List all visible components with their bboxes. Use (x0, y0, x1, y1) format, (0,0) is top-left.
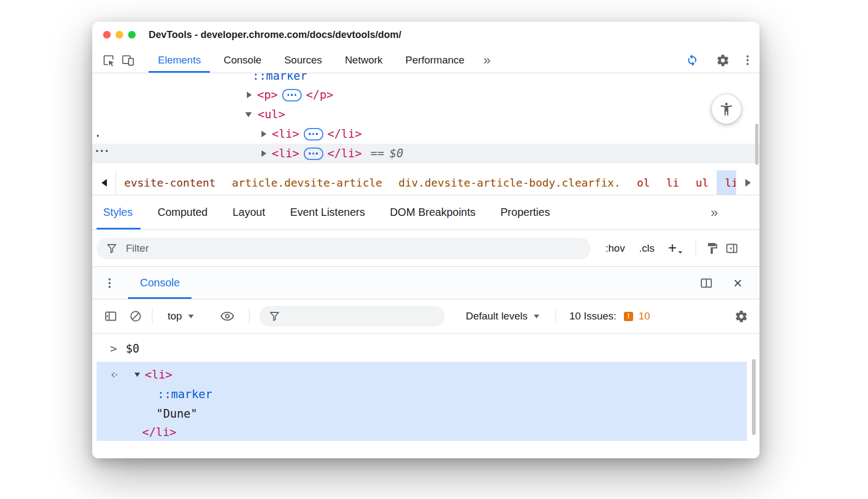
inline-ellipsis-button[interactable] (304, 148, 323, 160)
minimize-window-button[interactable] (116, 31, 123, 39)
breadcrumb-item[interactable]: li (658, 170, 687, 195)
styles-toolbar-controls: :hov .cls + (598, 239, 742, 258)
tree-row-li-selected[interactable]: <li> </li> ==$0 (92, 144, 760, 163)
scroll-left-icon (101, 179, 107, 187)
tab-styles[interactable]: Styles (92, 195, 145, 229)
console-result-block[interactable]: <li> ::marker "Dune" </li> (97, 362, 747, 441)
breadcrumb-list: evsite-content article.devsite-article d… (116, 170, 736, 195)
device-toolbar-button[interactable] (118, 51, 138, 69)
evaluated-expression: $0 (126, 342, 139, 355)
result-row-li-open[interactable]: <li> (97, 365, 747, 385)
return-value-icon (108, 369, 120, 381)
window-title: DevTools - developer.chrome.com/docs/dev… (149, 29, 401, 41)
styles-filter-field[interactable] (97, 238, 591, 259)
breadcrumb-item[interactable]: ol (629, 170, 658, 195)
create-live-expression-button[interactable] (218, 306, 237, 326)
more-panels-button[interactable]: » (476, 53, 498, 68)
show-console-sidebar-button[interactable] (101, 306, 120, 326)
close-drawer-button[interactable] (728, 273, 748, 293)
title-bar: DevTools - developer.chrome.com/docs/dev… (92, 22, 760, 48)
console-history-entry[interactable]: > $0 (110, 339, 139, 359)
p-open-tag: <p> (257, 88, 278, 101)
tab-layout[interactable]: Layout (220, 195, 278, 229)
new-style-rule-button[interactable]: + (661, 240, 689, 257)
tab-network[interactable]: Network (334, 48, 394, 73)
elements-scrollbar[interactable] (755, 124, 758, 165)
screencast-sync-icon (685, 53, 699, 67)
toolbar-right-controls (682, 51, 752, 69)
marker-pseudo-node[interactable]: ::marker (252, 73, 307, 82)
inline-ellipsis-button[interactable] (304, 128, 323, 140)
accessibility-widget-button[interactable] (712, 94, 741, 124)
styles-panel-tabs: Styles Computed Layout Event Listeners D… (92, 195, 760, 230)
tab-console[interactable]: Console (212, 48, 273, 73)
settings-button[interactable] (713, 51, 732, 69)
close-window-button[interactable] (103, 31, 111, 39)
drawer-header-controls (697, 267, 760, 299)
inline-ellipsis-button[interactable] (282, 89, 302, 101)
main-menu-kebab-icon[interactable] (746, 59, 749, 61)
rendering-emulation-button[interactable] (703, 239, 722, 258)
split-panel-button[interactable] (697, 273, 716, 293)
result-row-li-close[interactable]: </li> (97, 423, 747, 442)
console-filter-field[interactable] (259, 306, 445, 327)
expand-arrow-icon[interactable] (247, 92, 252, 98)
breadcrumb-scroll-left-button[interactable] (92, 170, 116, 195)
log-levels-label: Default levels (465, 310, 527, 322)
tab-sources[interactable]: Sources (273, 48, 334, 73)
tab-performance[interactable]: Performance (394, 48, 476, 73)
tab-console-drawer[interactable]: Console (140, 267, 180, 299)
element-classes-button[interactable]: .cls (632, 242, 662, 254)
li-close-tag: </li> (328, 127, 362, 140)
console-filter-input[interactable] (281, 310, 436, 323)
scroll-right-icon (745, 179, 751, 187)
tree-row-p[interactable]: <p> </p> (92, 85, 760, 105)
toggle-sidebar-button[interactable] (722, 239, 742, 258)
filter-funnel-icon (105, 242, 118, 255)
collapse-arrow-icon[interactable] (245, 112, 252, 117)
console-context-selector[interactable]: top (159, 310, 202, 322)
tab-event-listeners[interactable]: Event Listeners (278, 195, 378, 229)
log-levels-dropdown[interactable]: Default levels (456, 310, 549, 322)
clipped-text: . (94, 126, 101, 139)
toggle-screencast-button[interactable] (682, 51, 702, 69)
clear-console-button[interactable] (126, 306, 145, 326)
breadcrumb-item[interactable]: div.devsite-article-body.clearfix. (391, 170, 629, 195)
tree-row-li-1[interactable]: <li> </li> (92, 124, 760, 144)
tab-computed[interactable]: Computed (145, 195, 220, 229)
tab-properties[interactable]: Properties (488, 195, 563, 229)
more-style-tabs-button[interactable]: » (711, 195, 718, 229)
li-close-tag: </li> (328, 147, 362, 160)
issues-counter-button[interactable]: 10 Issues: ! 10 (563, 310, 656, 322)
breadcrumb-item[interactable]: article.devsite-article (224, 170, 391, 195)
expand-arrow-icon[interactable] (261, 131, 266, 137)
collapse-arrow-icon[interactable] (135, 373, 140, 377)
result-row-marker[interactable]: ::marker (97, 385, 747, 404)
accessibility-person-icon (719, 101, 734, 117)
console-sidebar-icon (104, 309, 118, 323)
toggle-element-state-button[interactable]: :hov (598, 242, 632, 254)
tab-elements[interactable]: Elements (146, 48, 212, 73)
filter-funnel-icon (268, 310, 281, 323)
styles-filter-input[interactable] (125, 242, 582, 255)
breadcrumb-scroll-right-button[interactable] (736, 170, 760, 195)
issues-label: 10 Issues: (569, 310, 616, 322)
tab-dom-breakpoints[interactable]: DOM Breakpoints (378, 195, 488, 229)
styles-filter-bar: :hov .cls + (92, 230, 760, 267)
console-settings-button[interactable] (731, 306, 751, 326)
dollar-zero-annotation: ==$0 (371, 147, 404, 160)
issues-count: 10 (639, 310, 650, 322)
drawer-menu-kebab-icon[interactable] (108, 282, 111, 284)
breadcrumb-item[interactable]: evsite-content (116, 170, 224, 195)
tree-row-marker[interactable]: ::marker (92, 73, 760, 86)
console-scrollbar[interactable] (752, 359, 756, 435)
expand-arrow-icon[interactable] (261, 150, 266, 157)
breadcrumb-item[interactable]: ul (687, 170, 717, 195)
tree-row-ul[interactable]: <ul> (92, 105, 760, 124)
breadcrumb-item-selected[interactable]: li (717, 170, 736, 195)
eye-icon (220, 309, 235, 324)
fullscreen-window-button[interactable] (128, 31, 136, 39)
inspect-element-button[interactable] (99, 51, 118, 69)
context-label: top (168, 310, 182, 322)
result-row-text[interactable]: "Dune" (97, 404, 747, 424)
